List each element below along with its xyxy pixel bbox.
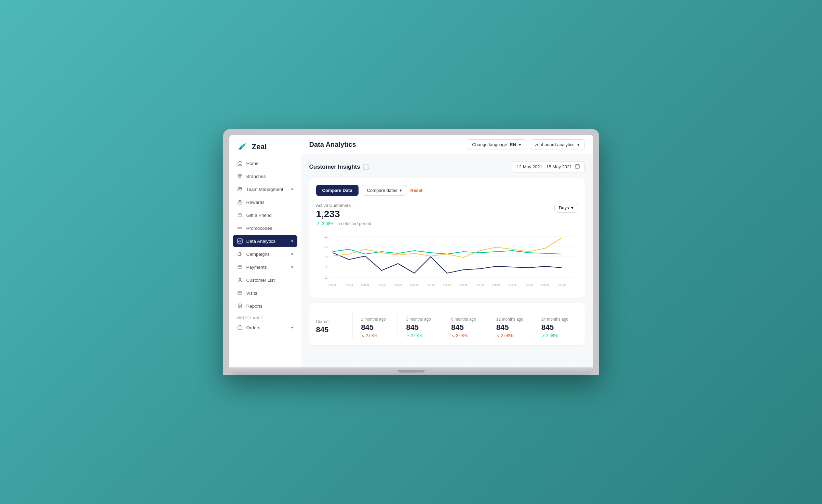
chart-header: Active Customers 1,233 ↗ 2.68% in select… — [316, 203, 578, 226]
sidebar-label-gift: Gift a Friend — [246, 213, 272, 218]
page-title: Data Analytics — [309, 141, 356, 149]
sidebar-item-customer-list[interactable]: Customer List — [233, 274, 297, 286]
sidebar-item-reports[interactable]: Reports — [233, 300, 297, 312]
change-language-button[interactable]: Change language EN ▾ — [467, 139, 526, 150]
days-chevron-icon: ▾ — [571, 205, 574, 210]
sidebar-item-team-management[interactable]: Team Managment ▾ — [233, 183, 297, 195]
3month-period: 3 months ago — [406, 317, 443, 322]
chart-info: Active Customers 1,233 ↗ 2.68% in select… — [316, 203, 372, 226]
1month-value: 845 — [361, 323, 397, 332]
topbar: Data Analytics Change language EN ▾ zeal… — [301, 135, 593, 154]
sidebar: Zeal Home Branches — [229, 135, 301, 367]
laptop-notch — [397, 370, 425, 373]
compare-dates-button[interactable]: Compare dates ▾ — [362, 185, 407, 196]
3month-arrow: ↗ — [406, 333, 409, 338]
sidebar-item-home[interactable]: Home — [233, 157, 297, 169]
rewards-icon — [237, 199, 243, 205]
gift-icon — [237, 212, 243, 218]
24month-change: ↗ 2.68% — [541, 333, 578, 338]
24month-pct: 2.68% — [546, 333, 558, 338]
reset-button[interactable]: Reset — [410, 188, 422, 193]
sidebar-item-visits[interactable]: Visits — [233, 287, 297, 299]
svg-text:Feb 26: Feb 26 — [492, 283, 500, 286]
sidebar-item-branches[interactable]: Branches — [233, 170, 297, 182]
sidebar-label-orders: Orders — [246, 325, 260, 330]
topbar-actions: Change language EN ▾ zeal-board analytic… — [467, 139, 584, 150]
sidebar-item-payments[interactable]: Payments ▾ — [233, 261, 297, 273]
6month-pct: 2.68% — [456, 333, 468, 338]
sidebar-label-customer-list: Customer List — [246, 278, 275, 283]
sidebar-label-home: Home — [246, 161, 259, 166]
customer-list-icon — [237, 277, 243, 283]
chart-value: 1,233 — [316, 209, 372, 220]
3month-pct: 2.68% — [411, 333, 422, 338]
chart-card: Compare Data Compare dates ▾ Reset Activ… — [309, 178, 585, 298]
svg-rect-14 — [238, 266, 242, 268]
sidebar-item-rewards[interactable]: Rewards — [233, 196, 297, 208]
workspace-button[interactable]: zeal-board analytics ▾ — [530, 139, 585, 150]
sidebar-item-orders[interactable]: Orders ▾ — [233, 321, 297, 334]
reports-icon — [237, 303, 243, 309]
6month-change: ↘ 2.68% — [451, 333, 488, 338]
svg-rect-2 — [239, 177, 241, 178]
sidebar-label-data-analytics: Data Analytics — [246, 239, 276, 244]
campaigns-chevron: ▾ — [291, 252, 293, 256]
section-title-row: Customer Insights i — [309, 164, 369, 170]
svg-text:Feb 26: Feb 26 — [427, 283, 435, 286]
app-name: Zeal — [252, 142, 267, 151]
laptop-base — [229, 367, 593, 375]
svg-text:Feb 26: Feb 26 — [541, 283, 549, 286]
sidebar-label-team-management: Team Managment — [246, 187, 283, 192]
chart-change-arrow: ↗ — [316, 221, 320, 226]
24month-value: 845 — [541, 323, 578, 332]
info-icon[interactable]: i — [363, 164, 369, 170]
chart-label: Active Customers — [316, 203, 372, 208]
svg-text:Feb 26: Feb 26 — [459, 283, 467, 286]
language-label: Change language — [472, 142, 507, 147]
workspace-label: zeal-board analytics — [535, 142, 575, 147]
days-selector-button[interactable]: Days ▾ — [554, 203, 578, 213]
6month-arrow: ↘ — [451, 333, 455, 338]
12month-pct: 2.68% — [501, 333, 513, 338]
white-label-navigation: Orders ▾ — [229, 321, 301, 334]
svg-point-16 — [239, 278, 241, 280]
analytics-icon — [237, 238, 243, 244]
6month-value: 845 — [451, 323, 488, 332]
sidebar-label-promocodes: Promocodes — [246, 226, 272, 231]
team-icon — [237, 186, 243, 192]
promocodes-icon — [237, 225, 243, 231]
24month-arrow: ↗ — [541, 333, 545, 338]
1month-pct: 2.68% — [366, 333, 377, 338]
orders-chevron: ▾ — [291, 325, 293, 330]
campaigns-icon — [237, 251, 243, 257]
svg-text:Feb 26: Feb 26 — [525, 283, 533, 286]
3month-change: ↗ 2.68% — [406, 333, 443, 338]
stat-24month: 24 months ago 845 ↗ 2.68% — [533, 311, 578, 338]
sidebar-item-promocodes[interactable]: Promocodes — [233, 222, 297, 234]
compare-data-button[interactable]: Compare Data — [316, 185, 359, 196]
main-content: Data Analytics Change language EN ▾ zeal… — [301, 135, 593, 367]
svg-point-7 — [240, 187, 242, 189]
svg-rect-0 — [238, 174, 240, 176]
sidebar-item-campaigns[interactable]: Campaigns ▾ — [233, 248, 297, 260]
sidebar-item-gift[interactable]: Gift a Friend — [233, 209, 297, 221]
visits-icon — [237, 290, 243, 296]
12month-period: 12 months ago — [496, 317, 533, 322]
calendar-icon — [575, 164, 580, 170]
svg-text:Feb 26: Feb 26 — [557, 283, 566, 286]
team-management-chevron: ▾ — [291, 187, 293, 192]
sidebar-item-data-analytics[interactable]: Data Analytics ▾ — [233, 235, 297, 247]
svg-rect-17 — [238, 291, 242, 295]
date-range-button[interactable]: 12 May 2021 - 15 May 2021 — [512, 161, 585, 172]
svg-text:12: 12 — [324, 276, 327, 279]
1month-arrow: ↘ — [361, 333, 364, 338]
1month-change: ↘ 2.68% — [361, 333, 397, 338]
days-label: Days — [559, 205, 569, 210]
logo-area: Zeal — [229, 135, 301, 157]
sidebar-label-visits: Visits — [246, 291, 257, 296]
chart-change: ↗ 2.68% in selected period — [316, 221, 372, 226]
white-label-section: WHITE LABLE — [229, 312, 301, 321]
svg-text:12: 12 — [324, 235, 327, 238]
svg-text:12: 12 — [324, 245, 327, 249]
3month-value: 845 — [406, 323, 443, 332]
